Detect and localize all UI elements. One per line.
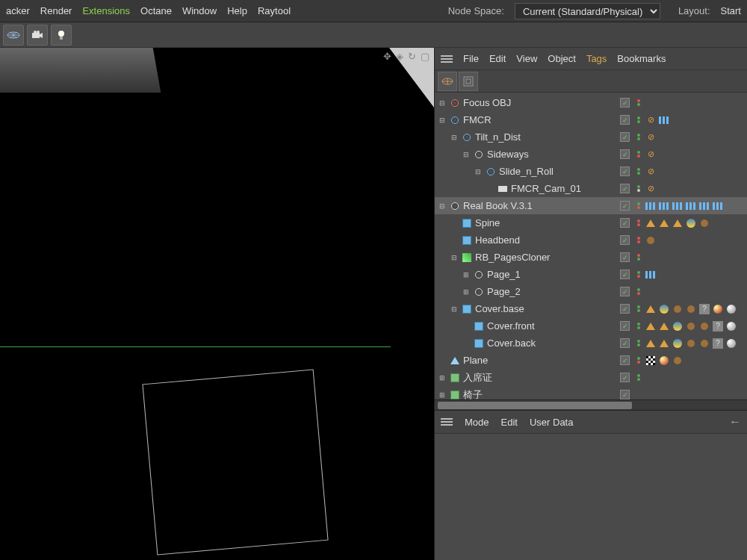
expand-toggle[interactable]: ⊞ (462, 270, 471, 279)
tag-brown[interactable] (672, 303, 684, 315)
tag-no-sign[interactable]: ⊘ (645, 183, 657, 195)
expand-toggle[interactable] (462, 339, 471, 348)
tag-dots[interactable] (685, 200, 697, 212)
hamburger-icon[interactable] (441, 55, 453, 63)
layer-checkbox[interactable] (620, 321, 630, 331)
tag-tri-o[interactable] (645, 217, 657, 229)
menu-raytool[interactable]: Raytool (258, 5, 291, 16)
viewport[interactable]: ✥ ◈ ↻ ▢ (0, 48, 435, 560)
tag-sphere[interactable] (725, 320, 737, 332)
tag-dots[interactable] (672, 200, 684, 212)
expand-toggle[interactable]: ⊞ (462, 287, 471, 296)
om-bookmarks[interactable]: Bookmarks (617, 53, 666, 64)
tag-dots[interactable] (658, 200, 670, 212)
tree-row[interactable]: ⊟Cover.base (435, 300, 747, 317)
tag-brown[interactable] (672, 355, 684, 367)
tag-dots[interactable] (698, 200, 710, 212)
attr-hamburger-icon[interactable] (441, 418, 453, 426)
layout-value[interactable]: Start (721, 5, 741, 16)
tag-tri-o[interactable] (658, 217, 670, 229)
attr-mode[interactable]: Mode (465, 417, 489, 428)
tree-row[interactable]: ⊞椅子 (435, 386, 747, 399)
menu-extensions[interactable]: Extensions (82, 5, 130, 16)
tag-brown[interactable] (685, 303, 697, 315)
om-search-icon[interactable] (459, 72, 478, 91)
object-tree[interactable]: ⊟Focus OBJ⊟FMCR⊘⊟Tilt_n_Dist⊘⊟Sideways⊘⊟… (435, 93, 747, 399)
layer-checkbox[interactable] (620, 132, 630, 142)
tree-row[interactable]: Headbend (435, 231, 747, 249)
expand-toggle[interactable] (450, 219, 459, 228)
expand-toggle[interactable] (450, 236, 459, 245)
layer-checkbox[interactable] (620, 304, 630, 314)
tree-row[interactable]: Cover.back (435, 335, 747, 352)
tree-row[interactable]: Spine (435, 214, 747, 231)
tag-brown[interactable] (698, 320, 710, 332)
layer-checkbox[interactable] (620, 235, 630, 245)
zoom-icon[interactable]: ◈ (396, 51, 403, 62)
tag-tri-o[interactable] (672, 217, 684, 229)
tag-py[interactable] (658, 303, 670, 315)
om-tags[interactable]: Tags (586, 53, 607, 64)
tag-brown[interactable] (645, 234, 657, 246)
om-view[interactable]: View (516, 53, 537, 64)
menu-help[interactable]: Help (227, 5, 247, 16)
tag-dots[interactable] (645, 269, 657, 281)
tag-py[interactable] (672, 320, 684, 332)
expand-toggle[interactable] (462, 322, 471, 331)
layer-checkbox[interactable] (620, 390, 630, 399)
expand-toggle[interactable]: ⊟ (474, 167, 483, 176)
layer-checkbox[interactable] (620, 184, 630, 193)
layer-checkbox[interactable] (620, 338, 630, 348)
tree-row[interactable]: ⊞Page_1 (435, 266, 747, 283)
expand-toggle[interactable]: ⊞ (438, 373, 447, 382)
om-filter-icon[interactable] (438, 72, 457, 91)
tag-grayq[interactable] (712, 337, 724, 349)
tag-redball[interactable] (658, 355, 670, 367)
tree-row[interactable]: FMCR_Cam_01⊘ (435, 180, 747, 197)
menu-render[interactable]: Render (40, 5, 72, 16)
rotate-icon[interactable]: ↻ (408, 51, 416, 62)
tag-no-sign[interactable]: ⊘ (645, 131, 657, 143)
tree-row[interactable]: ⊟RB_PagesCloner (435, 249, 747, 266)
layer-checkbox[interactable] (620, 149, 630, 159)
tag-no-sign[interactable]: ⊘ (645, 114, 657, 126)
expand-toggle[interactable]: ⊟ (462, 150, 471, 159)
menu-tracker[interactable]: acker (6, 5, 30, 16)
tree-row[interactable]: ⊟Focus OBJ (435, 94, 747, 111)
tag-py[interactable] (685, 217, 697, 229)
tag-dots[interactable] (645, 200, 657, 212)
attr-userdata[interactable]: User Data (530, 417, 574, 428)
layer-checkbox[interactable] (620, 98, 630, 108)
layer-checkbox[interactable] (620, 270, 630, 279)
tag-sphere[interactable] (725, 303, 737, 315)
tree-row[interactable]: Cover.front (435, 317, 747, 335)
move-icon[interactable]: ✥ (383, 51, 391, 62)
grid-icon[interactable] (3, 25, 24, 46)
tag-brown[interactable] (698, 337, 710, 349)
layer-checkbox[interactable] (620, 287, 630, 296)
tag-checker[interactable] (645, 355, 657, 367)
nodespace-select[interactable]: Current (Standard/Physical) (515, 3, 660, 19)
tag-tri-o[interactable] (645, 337, 657, 349)
layer-checkbox[interactable] (620, 218, 630, 228)
tree-row[interactable]: ⊟FMCR⊘ (435, 111, 747, 128)
tag-tri-o[interactable] (645, 320, 657, 332)
layer-checkbox[interactable] (620, 373, 630, 382)
tree-row[interactable]: ⊞入席证 (435, 369, 747, 386)
tag-tri-o[interactable] (658, 337, 670, 349)
layer-checkbox[interactable] (620, 355, 630, 365)
attr-edit[interactable]: Edit (501, 417, 518, 428)
tag-sphere[interactable] (725, 337, 737, 349)
tree-row[interactable]: ⊟Slide_n_Roll⊘ (435, 163, 747, 180)
layer-checkbox[interactable] (620, 115, 630, 125)
layer-checkbox[interactable] (620, 201, 630, 211)
layer-checkbox[interactable] (620, 252, 630, 262)
tree-row[interactable]: ⊟Sideways⊘ (435, 146, 747, 163)
tag-brown[interactable] (685, 320, 697, 332)
tag-py[interactable] (672, 337, 684, 349)
expand-toggle[interactable] (438, 356, 447, 365)
maximize-icon[interactable]: ▢ (421, 51, 430, 62)
om-object[interactable]: Object (548, 53, 576, 64)
expand-toggle[interactable]: ⊟ (450, 133, 459, 142)
light-icon[interactable] (51, 25, 72, 46)
